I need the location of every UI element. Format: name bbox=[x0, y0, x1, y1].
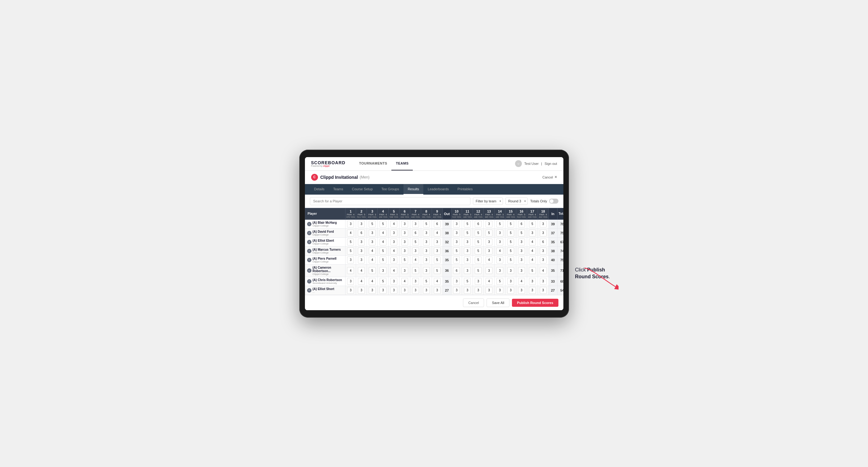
score-input-h14[interactable] bbox=[496, 287, 503, 294]
score-input-h9[interactable] bbox=[434, 239, 441, 245]
score-h15[interactable] bbox=[505, 246, 516, 255]
nav-teams[interactable]: TEAMS bbox=[392, 157, 413, 171]
score-input-h14[interactable] bbox=[496, 248, 503, 254]
score-input-h12[interactable] bbox=[475, 239, 482, 245]
sign-out-link[interactable]: Sign out bbox=[545, 162, 557, 165]
score-h6[interactable] bbox=[399, 277, 410, 286]
score-h15[interactable] bbox=[505, 219, 516, 228]
score-input-h3[interactable] bbox=[369, 221, 376, 227]
score-input-h15[interactable] bbox=[507, 248, 514, 254]
score-h18[interactable] bbox=[538, 255, 549, 264]
score-input-h14[interactable] bbox=[496, 267, 503, 274]
score-input-h13[interactable] bbox=[486, 239, 492, 245]
score-input-h18[interactable] bbox=[540, 230, 547, 237]
score-h13[interactable] bbox=[484, 277, 495, 286]
score-input-h2[interactable] bbox=[358, 248, 365, 254]
score-h10[interactable] bbox=[451, 228, 462, 237]
score-input-h12[interactable] bbox=[475, 278, 482, 285]
score-input-h4[interactable] bbox=[380, 287, 386, 294]
score-h13[interactable] bbox=[484, 219, 495, 228]
score-h11[interactable] bbox=[462, 264, 473, 277]
tab-printables[interactable]: Printables bbox=[453, 184, 477, 195]
score-input-h15[interactable] bbox=[507, 230, 514, 237]
score-input-h1[interactable] bbox=[347, 239, 354, 245]
totals-only-toggle[interactable] bbox=[549, 199, 558, 204]
score-input-h10[interactable] bbox=[453, 267, 460, 274]
score-input-h8[interactable] bbox=[423, 278, 430, 285]
score-h17[interactable] bbox=[527, 286, 538, 295]
score-input-h15[interactable] bbox=[507, 287, 514, 294]
score-h15[interactable] bbox=[505, 277, 516, 286]
score-h5[interactable] bbox=[389, 255, 399, 264]
score-h12[interactable] bbox=[473, 277, 484, 286]
score-h1[interactable] bbox=[345, 237, 356, 246]
cancel-tournament-btn[interactable]: Cancel ✕ bbox=[542, 175, 557, 179]
score-input-h9[interactable] bbox=[434, 278, 441, 285]
score-input-h1[interactable] bbox=[347, 267, 354, 274]
score-input-h10[interactable] bbox=[453, 230, 460, 237]
score-input-h3[interactable] bbox=[369, 287, 376, 294]
score-h13[interactable] bbox=[484, 255, 495, 264]
score-input-h7[interactable] bbox=[412, 267, 419, 274]
score-h9[interactable] bbox=[432, 277, 442, 286]
score-h4[interactable] bbox=[378, 228, 389, 237]
score-h9[interactable] bbox=[432, 246, 442, 255]
score-input-h6[interactable] bbox=[401, 221, 408, 227]
score-h14[interactable] bbox=[495, 255, 505, 264]
tab-results[interactable]: Results bbox=[403, 184, 424, 195]
score-input-h10[interactable] bbox=[453, 248, 460, 254]
score-input-h8[interactable] bbox=[423, 221, 430, 227]
score-h7[interactable] bbox=[410, 255, 421, 264]
score-input-h18[interactable] bbox=[540, 257, 547, 263]
score-h9[interactable] bbox=[432, 286, 442, 295]
score-input-h14[interactable] bbox=[496, 239, 503, 245]
score-h16[interactable] bbox=[516, 237, 527, 246]
score-input-h15[interactable] bbox=[507, 257, 514, 263]
score-input-h6[interactable] bbox=[401, 248, 408, 254]
score-h12[interactable] bbox=[473, 246, 484, 255]
score-input-h5[interactable] bbox=[391, 230, 397, 237]
score-h17[interactable] bbox=[527, 246, 538, 255]
score-input-h1[interactable] bbox=[347, 278, 354, 285]
score-input-h12[interactable] bbox=[475, 287, 482, 294]
score-h3[interactable] bbox=[367, 255, 378, 264]
score-input-h8[interactable] bbox=[423, 257, 430, 263]
score-input-h3[interactable] bbox=[369, 230, 376, 237]
score-h8[interactable] bbox=[421, 255, 432, 264]
score-h18[interactable] bbox=[538, 246, 549, 255]
score-input-h17[interactable] bbox=[529, 248, 536, 254]
score-h14[interactable] bbox=[495, 246, 505, 255]
score-h13[interactable] bbox=[484, 237, 495, 246]
score-h12[interactable] bbox=[473, 237, 484, 246]
score-h18[interactable] bbox=[538, 219, 549, 228]
score-h1[interactable] bbox=[345, 277, 356, 286]
score-input-h7[interactable] bbox=[412, 257, 419, 263]
score-h5[interactable] bbox=[389, 246, 399, 255]
score-h4[interactable] bbox=[378, 255, 389, 264]
score-input-h10[interactable] bbox=[453, 257, 460, 263]
score-input-h3[interactable] bbox=[369, 257, 376, 263]
score-h6[interactable] bbox=[399, 286, 410, 295]
search-input[interactable] bbox=[310, 197, 471, 205]
score-h1[interactable] bbox=[345, 246, 356, 255]
score-h11[interactable] bbox=[462, 219, 473, 228]
score-h12[interactable] bbox=[473, 264, 484, 277]
score-input-h5[interactable] bbox=[391, 278, 397, 285]
score-input-h13[interactable] bbox=[486, 287, 492, 294]
score-h14[interactable] bbox=[495, 277, 505, 286]
tab-course-setup[interactable]: Course Setup bbox=[348, 184, 377, 195]
score-input-h8[interactable] bbox=[423, 239, 430, 245]
cancel-footer-btn[interactable]: Cancel bbox=[463, 299, 484, 307]
score-h18[interactable] bbox=[538, 286, 549, 295]
score-input-h18[interactable] bbox=[540, 287, 547, 294]
score-h7[interactable] bbox=[410, 277, 421, 286]
score-input-h3[interactable] bbox=[369, 248, 376, 254]
score-h16[interactable] bbox=[516, 219, 527, 228]
score-input-h16[interactable] bbox=[518, 267, 525, 274]
score-input-h13[interactable] bbox=[486, 230, 492, 237]
score-input-h13[interactable] bbox=[486, 257, 492, 263]
score-input-h16[interactable] bbox=[518, 221, 525, 227]
score-input-h8[interactable] bbox=[423, 230, 430, 237]
score-h7[interactable] bbox=[410, 228, 421, 237]
score-input-h11[interactable] bbox=[464, 221, 471, 227]
